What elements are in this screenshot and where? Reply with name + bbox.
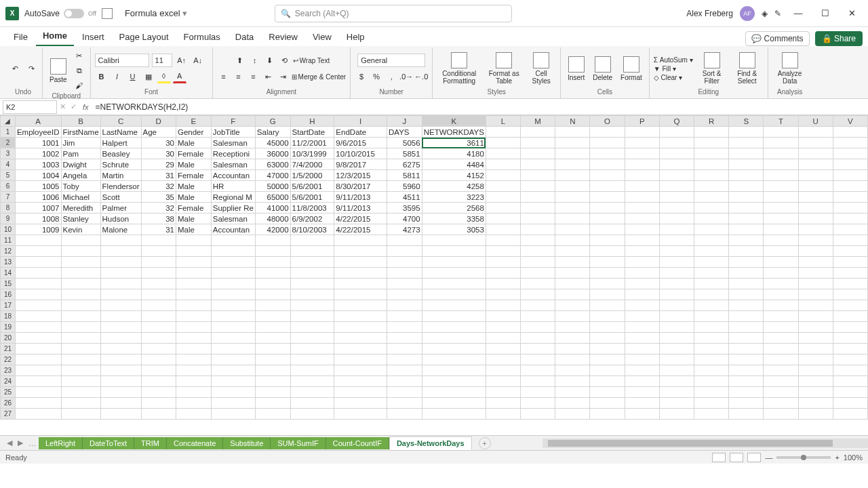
cell-D20[interactable] xyxy=(141,333,176,344)
cell-Q16[interactable] xyxy=(659,289,694,300)
cell-Q8[interactable] xyxy=(659,203,694,214)
cell-I5[interactable]: 12/3/2015 xyxy=(334,170,387,181)
cell-Q14[interactable] xyxy=(659,268,694,279)
cell-B1[interactable]: FirstName xyxy=(61,127,100,138)
cell-B18[interactable] xyxy=(61,311,100,322)
minimize-button[interactable]: — xyxy=(788,8,808,18)
comments-button[interactable]: 💬 Comments xyxy=(745,31,809,46)
cell-K2[interactable]: 3611 xyxy=(422,138,486,148)
cell-Q9[interactable] xyxy=(659,214,694,224)
cell-Q1[interactable] xyxy=(659,127,694,138)
autosave-toggle[interactable]: AutoSave Off xyxy=(24,9,96,18)
cell-E26[interactable] xyxy=(176,398,211,409)
cell-I6[interactable]: 8/30/2017 xyxy=(334,181,387,192)
italic-button[interactable]: I xyxy=(111,70,124,83)
cell-K26[interactable] xyxy=(422,398,486,409)
cell-U19[interactable] xyxy=(798,322,833,333)
cell-I2[interactable]: 9/6/2015 xyxy=(334,138,387,148)
cell-U8[interactable] xyxy=(798,203,833,214)
cell-N26[interactable] xyxy=(555,398,590,409)
view-layout-button[interactable] xyxy=(730,453,743,462)
row-header-4[interactable]: 4 xyxy=(1,159,16,170)
cell-O19[interactable] xyxy=(590,322,625,333)
cell-P16[interactable] xyxy=(625,289,659,300)
cell-U18[interactable] xyxy=(798,311,833,322)
cell-O24[interactable] xyxy=(590,376,625,387)
cell-I27[interactable] xyxy=(334,409,387,420)
cell-M5[interactable] xyxy=(521,170,555,181)
cell-G3[interactable]: 36000 xyxy=(255,148,290,159)
cell-K13[interactable] xyxy=(422,257,486,268)
cell-E22[interactable] xyxy=(176,354,211,365)
row-header-27[interactable]: 27 xyxy=(1,409,16,420)
cell-H1[interactable]: StartDate xyxy=(290,127,334,138)
cell-J20[interactable] xyxy=(387,333,422,344)
cell-J23[interactable] xyxy=(387,365,422,376)
column-header-C[interactable]: C xyxy=(100,116,141,127)
cell-J27[interactable] xyxy=(387,409,422,420)
autosum-button[interactable]: Σ AutoSum ▾ xyxy=(654,56,693,64)
sheet-tab[interactable]: SUM-SumIF xyxy=(271,437,326,449)
cell-A12[interactable] xyxy=(15,246,61,257)
tab-page-layout[interactable]: Page Layout xyxy=(113,29,176,46)
cell-E24[interactable] xyxy=(176,376,211,387)
cell-R23[interactable] xyxy=(694,365,729,376)
cell-H21[interactable] xyxy=(290,344,334,354)
cell-J25[interactable] xyxy=(387,387,422,398)
cell-C12[interactable] xyxy=(100,246,141,257)
cell-S11[interactable] xyxy=(729,235,764,246)
cell-C1[interactable]: LastName xyxy=(100,127,141,138)
cell-M22[interactable] xyxy=(521,354,555,365)
row-header-5[interactable]: 5 xyxy=(1,170,16,181)
cell-U16[interactable] xyxy=(798,289,833,300)
cell-U6[interactable] xyxy=(798,181,833,192)
cell-M8[interactable] xyxy=(521,203,555,214)
cell-M4[interactable] xyxy=(521,159,555,170)
cell-S26[interactable] xyxy=(729,398,764,409)
cell-P27[interactable] xyxy=(625,409,659,420)
cell-J2[interactable]: 5056 xyxy=(387,138,422,148)
align-left-button[interactable]: ≡ xyxy=(217,70,231,83)
sheet-nav-more[interactable]: … xyxy=(26,439,39,447)
cell-U23[interactable] xyxy=(798,365,833,376)
cell-B9[interactable]: Stanley xyxy=(61,214,100,224)
cell-B27[interactable] xyxy=(61,409,100,420)
cell-R6[interactable] xyxy=(694,181,729,192)
cell-F9[interactable]: Salesman xyxy=(211,214,255,224)
cell-U10[interactable] xyxy=(798,224,833,235)
cell-N17[interactable] xyxy=(555,300,590,311)
cell-B11[interactable] xyxy=(61,235,100,246)
cell-F25[interactable] xyxy=(211,387,255,398)
cell-G2[interactable]: 45000 xyxy=(255,138,290,148)
cell-R13[interactable] xyxy=(694,257,729,268)
cell-O15[interactable] xyxy=(590,279,625,289)
cell-C22[interactable] xyxy=(100,354,141,365)
column-header-O[interactable]: O xyxy=(590,116,625,127)
cell-N1[interactable] xyxy=(555,127,590,138)
cell-R9[interactable] xyxy=(694,214,729,224)
format-cells-button[interactable]: Format xyxy=(618,55,645,83)
cell-P13[interactable] xyxy=(625,257,659,268)
sheet-tab[interactable]: DateToText xyxy=(83,437,134,449)
toggle-switch-icon[interactable] xyxy=(64,9,84,18)
cell-O16[interactable] xyxy=(590,289,625,300)
cell-V18[interactable] xyxy=(833,311,867,322)
cell-S4[interactable] xyxy=(729,159,764,170)
insert-cells-button[interactable]: Insert xyxy=(565,55,587,83)
cell-G24[interactable] xyxy=(255,376,290,387)
cell-G9[interactable]: 48000 xyxy=(255,214,290,224)
align-center-button[interactable]: ≡ xyxy=(232,70,245,83)
cell-P20[interactable] xyxy=(625,333,659,344)
cell-K19[interactable] xyxy=(422,322,486,333)
cell-Q21[interactable] xyxy=(659,344,694,354)
diamond-icon[interactable]: ◈ xyxy=(762,9,768,18)
cell-R7[interactable] xyxy=(694,192,729,203)
cell-L16[interactable] xyxy=(486,289,520,300)
cell-O5[interactable] xyxy=(590,170,625,181)
cell-M21[interactable] xyxy=(521,344,555,354)
cell-A6[interactable]: 1005 xyxy=(15,181,61,192)
cell-N8[interactable] xyxy=(555,203,590,214)
increase-font-button[interactable]: A↑ xyxy=(175,54,189,67)
conditional-formatting-button[interactable]: Conditional Formatting xyxy=(437,51,481,86)
cell-U4[interactable] xyxy=(798,159,833,170)
